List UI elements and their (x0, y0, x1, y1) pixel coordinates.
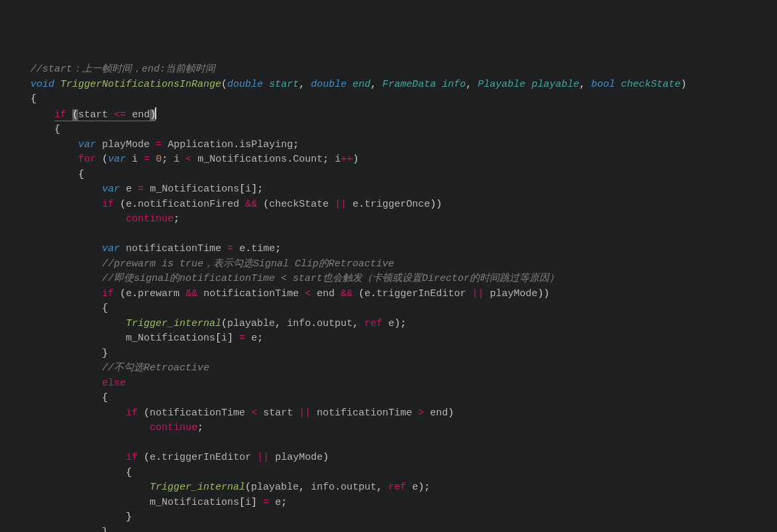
code-line: if (e.notificationFired && (checkState |… (7, 199, 442, 210)
code-line: continue; (7, 213, 180, 225)
code-line: m_Notifications[i] = e; (7, 333, 263, 344)
code-line: } (7, 511, 132, 523)
code-line: if (start <= end) (7, 109, 156, 121)
code-line: m_Notifications[i] = e; (7, 497, 287, 508)
code-line: Trigger_internal(playable, info.output, … (7, 482, 430, 493)
code-line: { (7, 303, 108, 314)
code-line: //不勾选Retroactive (7, 362, 209, 374)
code-line (7, 229, 13, 240)
code-line: //prewarm is true，表示勾选Signal Clip的Retroa… (7, 258, 394, 270)
code-line: else (7, 378, 126, 389)
code-line: if (e.triggerInEditor || playMode) (7, 452, 329, 463)
code-line: void TriggerNotificationsInRange(double … (7, 79, 686, 90)
code-line: } (7, 348, 108, 359)
code-line: { (7, 124, 60, 135)
code-line: { (7, 169, 84, 180)
code-line: Trigger_internal(playable, info.output, … (7, 318, 406, 329)
code-line: continue; (7, 422, 203, 433)
code-line: } (7, 527, 108, 533)
code-line: { (7, 93, 36, 105)
code-line: { (7, 467, 132, 478)
code-line: //start：上一帧时间，end:当前帧时间 (7, 64, 215, 75)
code-line: if (notificationTime < start || notifica… (7, 407, 454, 419)
code-line: var playMode = Application.isPlaying; (7, 139, 299, 150)
code-line: for (var i = 0; i < m_Notifications.Coun… (7, 154, 358, 165)
text-cursor (155, 107, 156, 119)
code-line: if (e.prewarm && notificationTime < end … (7, 288, 549, 299)
code-editor[interactable]: //start：上一帧时间，end:当前帧时间 void TriggerNoti… (0, 60, 777, 532)
code-line: var e = m_Notifications[i]; (7, 184, 263, 195)
code-line: var notificationTime = e.time; (7, 243, 281, 254)
code-line (7, 437, 13, 449)
code-line: //即使signal的notificationTime < start也会触发（… (7, 273, 559, 284)
code-line: { (7, 392, 108, 403)
